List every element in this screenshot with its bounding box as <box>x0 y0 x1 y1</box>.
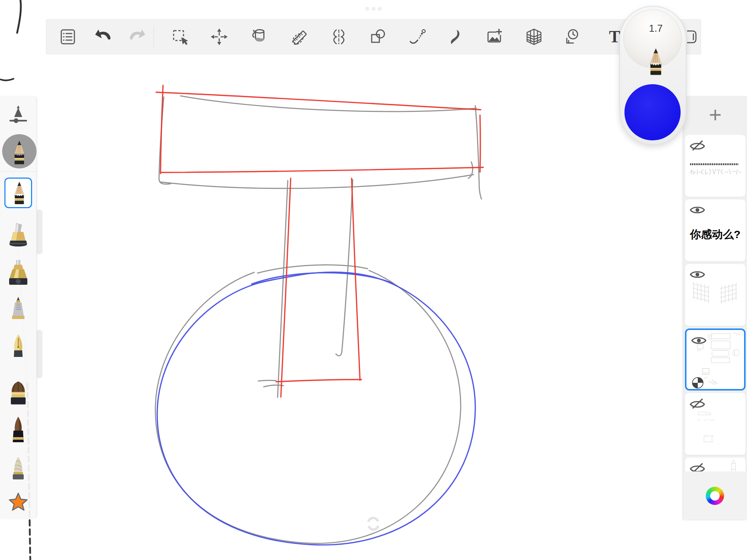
layer-tile-sketch-selected[interactable] <box>685 328 746 390</box>
redo-icon[interactable] <box>128 27 147 46</box>
stroke-icon[interactable] <box>447 27 466 46</box>
transform-move-icon[interactable] <box>210 27 229 46</box>
timelapse-icon[interactable] <box>564 27 582 46</box>
layer-thumbnail-handwriting <box>689 166 742 176</box>
guides-ruler-icon[interactable] <box>290 27 309 46</box>
layers-panel: + 你感动么? <box>683 96 747 520</box>
visibility-off-icon[interactable] <box>689 140 705 151</box>
layer-tile-perspective-grids[interactable] <box>685 264 746 326</box>
canvas-rotate-icon[interactable] <box>368 518 378 530</box>
layer-tile-text-notes[interactable] <box>685 135 746 197</box>
visibility-on-icon[interactable] <box>689 205 705 215</box>
brush-size-indicator[interactable]: 1.7 <box>623 9 682 68</box>
brush-item-ballpoint-pen[interactable] <box>7 296 29 322</box>
brush-item-smudge-stick[interactable] <box>7 456 29 482</box>
layer-thumbnail-microtext <box>690 163 738 165</box>
current-brush-preview[interactable] <box>2 134 36 168</box>
visibility-on-icon[interactable] <box>689 269 705 280</box>
brush-settings-icon[interactable] <box>8 105 28 125</box>
layer-tile-caption[interactable]: 你感动么? <box>685 199 746 261</box>
layer-caption-text: 你感动么? <box>685 227 746 242</box>
color-wheel-hole <box>710 491 720 501</box>
undo-icon[interactable] <box>93 27 112 46</box>
sidebar-pull-handle[interactable] <box>36 210 42 254</box>
brush-item-ink-brush[interactable] <box>7 416 29 444</box>
color-picker-section <box>683 471 747 520</box>
red-sketch-strokes <box>156 85 483 397</box>
import-image-icon[interactable] <box>485 27 504 46</box>
brush-item-pencil-selected[interactable] <box>4 178 32 208</box>
shapes-icon[interactable] <box>368 27 387 46</box>
brush-item-chisel-marker[interactable] <box>7 222 29 247</box>
layer-thumbnail-faint <box>685 393 743 452</box>
brush-item-round-brush[interactable] <box>7 380 30 407</box>
sidebar-divider <box>0 171 36 172</box>
pencil-brush-icon <box>646 46 665 78</box>
alpha-lock-icon[interactable] <box>692 377 704 389</box>
predictive-stroke-icon[interactable] <box>408 27 427 46</box>
top-toolbar: T <box>46 19 701 54</box>
blue-sketch-strokes <box>157 272 475 545</box>
current-color-swatch[interactable] <box>624 84 681 140</box>
brush-sidebar <box>0 96 37 518</box>
pencil-icon <box>11 139 28 166</box>
brush-size-value: 1.7 <box>624 23 688 34</box>
color-wheel-button[interactable] <box>706 487 724 505</box>
gray-sketch-strokes <box>155 96 481 543</box>
brush-item-airbrush[interactable] <box>7 259 29 285</box>
home-indicator-dots <box>365 7 382 11</box>
sidebar-pull-handle[interactable] <box>36 330 42 378</box>
fill-bucket-icon[interactable] <box>250 27 269 46</box>
perspective-icon[interactable] <box>525 27 543 46</box>
brush-puck[interactable]: 1.7 <box>619 6 686 145</box>
menu-icon[interactable] <box>58 27 77 46</box>
symmetry-icon[interactable] <box>329 27 348 46</box>
toolbar-divider <box>154 26 154 48</box>
favorites-star-icon[interactable] <box>8 492 28 512</box>
layer-tile-faint-sketch[interactable] <box>685 393 746 455</box>
pencil-icon <box>11 181 27 206</box>
layer-thumbnail-grids <box>688 281 743 314</box>
brush-item-fountain-pen[interactable] <box>7 334 29 361</box>
selection-icon[interactable] <box>170 27 189 46</box>
add-layer-button[interactable]: + <box>683 96 747 134</box>
